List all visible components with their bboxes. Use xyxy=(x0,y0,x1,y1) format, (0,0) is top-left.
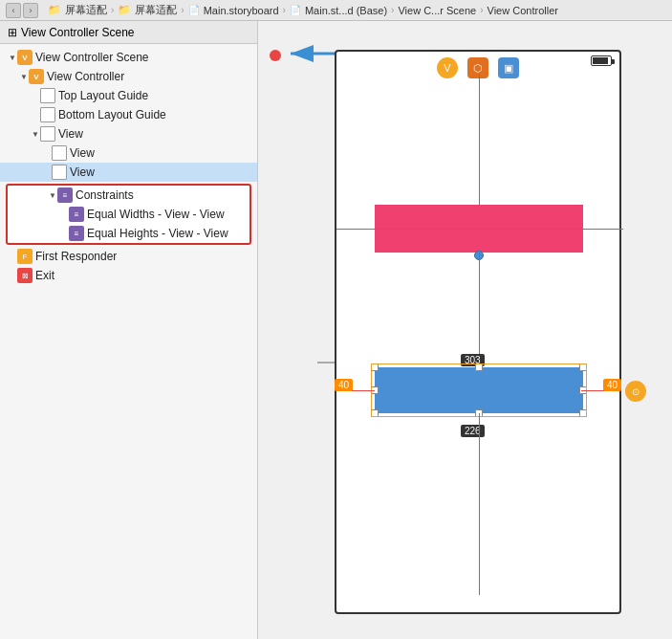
triangle-constraints xyxy=(48,190,57,200)
eq-heights-label: Equal Heights - View - View xyxy=(87,227,228,240)
tree-item-view-parent[interactable]: View xyxy=(0,124,257,143)
folder-icon-2: 📁 xyxy=(118,4,131,16)
toolbar-icon-2[interactable]: ⬡ xyxy=(467,57,488,78)
storyboard-base-icon: 📄 xyxy=(290,5,301,15)
tree-item-first-responder[interactable]: F First Responder xyxy=(0,247,257,266)
vc-scene-icon: ⊞ xyxy=(8,26,17,39)
eq-widths-label: Equal Widths - View - View xyxy=(87,208,225,221)
top-layout-label: Top Layout Guide xyxy=(58,89,148,102)
tree-item-top-layout[interactable]: Top Layout Guide xyxy=(0,86,257,105)
vc-scene-icon: V xyxy=(17,50,33,65)
breadcrumb-item-1: 屏幕适配 xyxy=(65,3,107,17)
breadcrumb-item-2: 屏幕适配 xyxy=(135,3,177,17)
view2-label: View xyxy=(70,165,95,179)
bottom-layout-icon xyxy=(40,107,55,122)
left-spacing-label: 40 xyxy=(335,379,353,391)
triangle-vc-scene xyxy=(8,53,17,62)
tree-item-eq-heights[interactable]: ≡ Equal Heights - View - View xyxy=(8,224,249,243)
tree-item-bottom-layout[interactable]: Bottom Layout Guide xyxy=(0,105,257,124)
first-responder-label: First Responder xyxy=(35,250,117,263)
folder-icon-1: 📁 xyxy=(48,4,61,16)
toolbar-icon-3[interactable]: ▣ xyxy=(498,57,519,78)
tree-item-view2[interactable]: View xyxy=(0,163,257,182)
constraints-group: ≡ Constraints ≡ Equal Widths - View - Vi… xyxy=(6,184,251,245)
v-line-bottom xyxy=(479,413,480,595)
back-button[interactable]: ‹ xyxy=(6,3,21,18)
nav-arrows[interactable]: ‹ › xyxy=(6,3,38,18)
constraints-label: Constraints xyxy=(76,188,134,202)
breadcrumb-bar: ‹ › 📁 屏幕适配 › 📁 屏幕适配 › 📄 Main.storyboard … xyxy=(0,0,672,21)
first-responder-icon: F xyxy=(17,249,33,264)
main-area: ⊞ View Controller Scene V View Controlle… xyxy=(0,21,672,639)
exit-icon: ⊠ xyxy=(17,268,33,283)
breadcrumb-item-6: View Controller xyxy=(488,5,558,16)
breadcrumb-item-4: Main.st...d (Base) xyxy=(305,5,387,16)
breadcrumb-item-5: View C...r Scene xyxy=(398,5,476,16)
h-line-pink xyxy=(336,229,623,230)
phone-frame: V ⬡ ▣ 303 xyxy=(335,50,621,614)
right-pin-icon[interactable]: ⊙ xyxy=(625,381,646,402)
tree-item-vc-scene[interactable]: V View Controller Scene xyxy=(0,48,257,67)
tree-item-eq-widths[interactable]: ≡ Equal Widths - View - View xyxy=(8,205,249,224)
triangle-vc xyxy=(19,72,29,81)
battery-icon xyxy=(591,55,612,66)
tree-item-vc[interactable]: V View Controller xyxy=(0,67,257,86)
eq-widths-icon: ≡ xyxy=(69,207,84,222)
vc-label: View Controller xyxy=(47,70,124,83)
left-panel: ⊞ View Controller Scene V View Controlle… xyxy=(0,21,258,639)
panel-header: ⊞ View Controller Scene xyxy=(0,21,257,44)
breadcrumb-item-3: Main.storyboard xyxy=(204,5,279,16)
view-parent-label: View xyxy=(58,127,83,141)
canvas-area[interactable]: V ⬡ ▣ 303 xyxy=(258,21,672,639)
tree-item-constraints[interactable]: ≡ Constraints xyxy=(8,186,249,205)
right-spacing-label: 40 xyxy=(603,379,621,391)
selection-border xyxy=(371,364,587,417)
tree-item-exit[interactable]: ⊠ Exit xyxy=(0,266,257,285)
view1-icon xyxy=(52,145,67,161)
constraints-icon: ≡ xyxy=(57,187,73,203)
dim-label-bottom: 226 xyxy=(461,425,485,437)
exit-label: Exit xyxy=(35,269,54,282)
view-parent-icon xyxy=(40,126,55,142)
eq-heights-icon: ≡ xyxy=(69,226,84,241)
toolbar-icon-1[interactable]: V xyxy=(437,57,458,78)
top-layout-icon xyxy=(40,88,55,103)
v-line-middle xyxy=(479,253,480,367)
view1-label: View xyxy=(70,146,95,160)
panel-title: View Controller Scene xyxy=(21,26,135,39)
triangle-view-parent xyxy=(31,129,40,139)
storyboard-icon: 📄 xyxy=(188,5,200,15)
tree-item-view1[interactable]: View xyxy=(0,143,257,163)
vc-icon: V xyxy=(29,69,44,84)
v-line-top xyxy=(479,75,480,209)
bottom-layout-label: Bottom Layout Guide xyxy=(58,108,166,121)
forward-button[interactable]: › xyxy=(23,3,38,18)
vc-scene-label: View Controller Scene xyxy=(35,51,149,64)
scene-tree[interactable]: V View Controller Scene V View Controlle… xyxy=(0,44,257,639)
canvas-toolbar: V ⬡ ▣ xyxy=(437,57,519,78)
view2-icon xyxy=(52,165,67,180)
